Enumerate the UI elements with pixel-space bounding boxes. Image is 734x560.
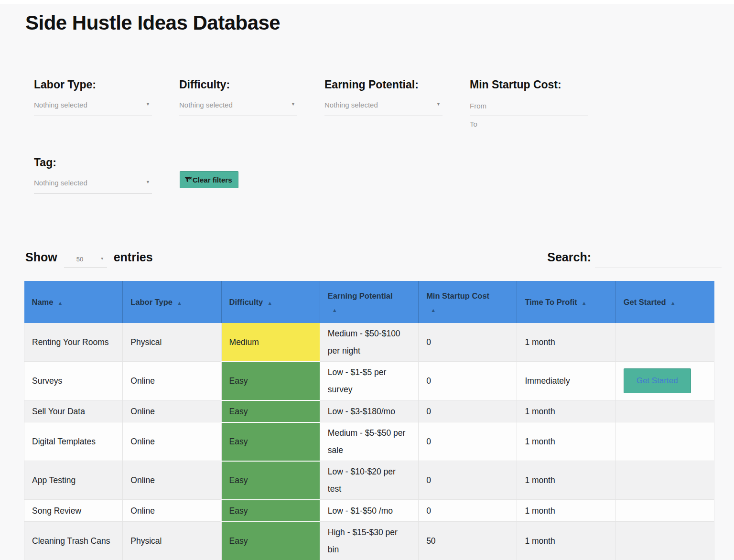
- tag-filter: Tag: Nothing selected ▼: [34, 156, 152, 194]
- cell-labor-type: Physical: [123, 522, 221, 560]
- search-control: Search:: [547, 250, 722, 268]
- tag-selected-value: Nothing selected: [34, 179, 87, 187]
- difficulty-selected-value: Nothing selected: [179, 101, 233, 109]
- cell-labor-type: Physical: [123, 323, 221, 362]
- labor-type-filter: Labor Type: Nothing selected ▼: [34, 78, 152, 134]
- page-title: Side Hustle Ideas Database: [25, 11, 734, 34]
- cell-labor-type: Online: [123, 362, 221, 400]
- filter-remove-icon: [184, 176, 192, 184]
- cell-name: Sell Your Data: [24, 400, 123, 422]
- cell-time-to-profit: 1 month: [517, 522, 615, 560]
- column-header-label: Min Startup Cost: [426, 291, 489, 300]
- labor-type-select[interactable]: Nothing selected ▼: [34, 99, 152, 116]
- cell-labor-type: Online: [123, 500, 221, 522]
- column-header-labor-type[interactable]: Labor Type▲: [123, 281, 221, 323]
- sort-asc-icon: ▲: [267, 300, 272, 306]
- column-header-difficulty[interactable]: Difficulty▲: [221, 281, 320, 323]
- clear-filters-label: Clear filters: [193, 176, 232, 184]
- cell-name: Surveys: [24, 362, 123, 400]
- table-row: Song ReviewOnlineEasyLow - $1-$50 /mo01 …: [24, 500, 714, 522]
- tag-select[interactable]: Nothing selected ▼: [34, 177, 152, 194]
- table-row: Digital TemplatesOnlineEasyMedium - $5-$…: [24, 422, 714, 461]
- cell-difficulty: Medium: [221, 323, 320, 362]
- show-entries-control: Show 50 ▼ entries: [25, 250, 153, 268]
- cell-min-startup-cost: 50: [419, 522, 517, 560]
- cell-earning-potential: Medium - $50-$100 per night: [320, 323, 418, 362]
- labor-type-label: Labor Type:: [34, 78, 152, 91]
- cell-get-started: [615, 422, 714, 461]
- get-started-button[interactable]: Get Started: [624, 368, 691, 393]
- column-header-label: Earning Potential: [328, 291, 393, 300]
- search-label: Search:: [547, 250, 591, 264]
- cell-min-startup-cost: 0: [419, 323, 517, 362]
- cell-difficulty: Easy: [221, 522, 320, 560]
- chevron-down-icon: ▼: [436, 102, 441, 107]
- cell-earning-potential: Low - $1-$50 /mo: [320, 500, 418, 522]
- cell-name: Cleaning Trash Cans: [24, 522, 123, 560]
- cell-difficulty: Easy: [221, 400, 320, 422]
- difficulty-select[interactable]: Nothing selected ▼: [179, 99, 297, 116]
- table-row: Cleaning Trash CansPhysicalEasyHigh - $1…: [24, 522, 714, 560]
- cell-get-started: Get Started: [615, 362, 714, 400]
- entries-per-page-select[interactable]: 50 ▼: [64, 256, 107, 268]
- entries-label: entries: [114, 250, 153, 264]
- cell-get-started: [615, 522, 714, 560]
- sort-asc-icon: ▲: [670, 300, 676, 306]
- min-startup-cost-filter: Min Startup Cost:: [470, 78, 588, 134]
- cell-name: Digital Templates: [24, 422, 123, 461]
- column-header-name[interactable]: Name▲: [24, 281, 123, 323]
- cell-name: App Testing: [24, 461, 123, 500]
- table-controls: Show 50 ▼ entries Search:: [25, 250, 722, 268]
- sort-asc-icon: ▲: [177, 300, 182, 306]
- cell-earning-potential: Low - $3-$180/mo: [320, 400, 418, 422]
- difficulty-label: Difficulty:: [179, 78, 297, 91]
- sort-asc-icon: ▲: [332, 307, 410, 313]
- cell-difficulty: Easy: [221, 422, 320, 461]
- cell-min-startup-cost: 0: [419, 461, 517, 500]
- column-header-earning-potential[interactable]: Earning Potential▲: [320, 281, 418, 323]
- earning-potential-select[interactable]: Nothing selected ▼: [324, 99, 443, 116]
- cell-earning-potential: Low - $1-$5 per survey: [320, 362, 418, 400]
- chevron-down-icon: ▼: [146, 180, 150, 184]
- cell-min-startup-cost: 0: [419, 500, 517, 522]
- cell-difficulty: Easy: [221, 500, 320, 522]
- chevron-down-icon: ▼: [146, 102, 150, 107]
- table-row: Renting Your RoomsPhysicalMediumMedium -…: [24, 323, 714, 362]
- cell-get-started: [615, 500, 714, 522]
- chevron-down-icon: ▼: [291, 102, 295, 107]
- column-header-min-startup-cost[interactable]: Min Startup Cost▲: [419, 281, 517, 323]
- column-header-time-to-profit[interactable]: Time To Profit▲: [517, 281, 615, 323]
- sort-asc-icon: ▲: [582, 300, 587, 306]
- cell-time-to-profit: 1 month: [517, 400, 615, 422]
- cell-min-startup-cost: 0: [419, 422, 517, 461]
- cell-labor-type: Online: [123, 461, 221, 500]
- search-input[interactable]: [595, 252, 722, 268]
- difficulty-filter: Difficulty: Nothing selected ▼: [179, 78, 297, 134]
- column-header-label: Get Started: [624, 298, 666, 306]
- column-header-label: Labor Type: [130, 298, 173, 306]
- earning-potential-selected-value: Nothing selected: [324, 101, 378, 109]
- filters-row-1: Labor Type: Nothing selected ▼ Difficult…: [34, 78, 734, 134]
- earning-potential-filter: Earning Potential: Nothing selected ▼: [324, 78, 443, 134]
- table-row: Sell Your DataOnlineEasyLow - $3-$180/mo…: [24, 400, 714, 422]
- cell-labor-type: Online: [123, 400, 221, 422]
- entries-per-page-value: 50: [76, 256, 83, 263]
- top-strip: [0, 0, 734, 4]
- show-label: Show: [25, 250, 57, 264]
- column-header-get-started[interactable]: Get Started▲: [615, 281, 714, 323]
- table-header-row: Name▲Labor Type▲Difficulty▲Earning Poten…: [24, 281, 714, 323]
- cell-time-to-profit: 1 month: [517, 323, 615, 362]
- cell-earning-potential: Medium - $5-$50 per sale: [320, 422, 418, 461]
- min-startup-cost-label: Min Startup Cost:: [470, 78, 588, 91]
- cell-earning-potential: Low - $10-$20 per test: [320, 461, 418, 500]
- cell-difficulty: Easy: [221, 362, 320, 400]
- cell-labor-type: Online: [123, 422, 221, 461]
- cell-time-to-profit: 1 month: [517, 461, 615, 500]
- min-cost-to-input[interactable]: [470, 117, 588, 134]
- table-row: App TestingOnlineEasyLow - $10-$20 per t…: [24, 461, 714, 500]
- min-cost-from-input[interactable]: [470, 99, 588, 116]
- cell-get-started: [615, 323, 714, 362]
- sort-asc-icon: ▲: [431, 307, 509, 313]
- cell-name: Song Review: [24, 500, 123, 522]
- clear-filters-button[interactable]: Clear filters: [180, 171, 238, 188]
